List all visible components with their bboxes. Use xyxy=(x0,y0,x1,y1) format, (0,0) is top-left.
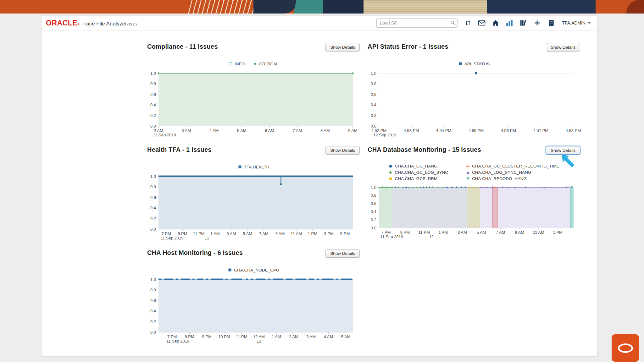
api-status-chart: 1.00.80.60.40.20.04:52 PM4:53 PM4:54 PM4… xyxy=(368,72,580,139)
banner-shape xyxy=(188,0,254,14)
svg-text:4:53 PM: 4:53 PM xyxy=(404,128,419,133)
legend-label: TFA.HEALTH xyxy=(244,165,269,169)
svg-text:1.0: 1.0 xyxy=(150,71,156,76)
panel-title: Compliance - 11 Issues xyxy=(147,43,218,50)
show-details-button[interactable]: Show Details xyxy=(546,43,580,52)
legend-label: API_STATUS xyxy=(464,62,490,66)
app-version: v19.2.2 xyxy=(127,23,137,26)
legend-item: CHA.CHA_NODE_CPU xyxy=(228,268,279,272)
svg-text:7 PM: 7 PM xyxy=(167,334,177,339)
legend-item: CHA.CHA_REDODG_HANG xyxy=(466,176,559,181)
svg-text:9 AM: 9 AM xyxy=(275,231,285,236)
legend-label: INFO xyxy=(235,62,245,66)
svg-text:0.4: 0.4 xyxy=(371,209,376,214)
oracle-o-ring xyxy=(618,343,633,353)
show-details-button[interactable]: Show Details xyxy=(325,249,360,258)
panel-health-tfa: Health TFA - 1 Issues Show Details TFA.H… xyxy=(147,146,360,242)
svg-text:1 PM: 1 PM xyxy=(308,231,317,236)
svg-text:0.2: 0.2 xyxy=(150,216,156,221)
bar-chart-icon[interactable] xyxy=(505,18,514,28)
svg-text:4:54 PM: 4:54 PM xyxy=(436,128,451,133)
svg-text:0.6: 0.6 xyxy=(150,92,156,97)
svg-text:9 PM: 9 PM xyxy=(202,334,212,339)
svg-text:0.2: 0.2 xyxy=(371,217,376,222)
svg-text:1.0: 1.0 xyxy=(150,277,156,282)
svg-text:0.8: 0.8 xyxy=(150,288,156,292)
svg-text:1 PM: 1 PM xyxy=(553,230,562,235)
svg-text:0.6: 0.6 xyxy=(371,92,376,97)
legend-label: CHA.CHA_GCS_DRM xyxy=(395,176,437,181)
legend-marker-icon xyxy=(228,268,232,272)
panel-cha-database: CHA Database Monitoring - 15 Issues Show… xyxy=(368,146,580,240)
legend-label: CRITICAL xyxy=(259,62,279,66)
svg-text:11 PM: 11 PM xyxy=(418,230,430,235)
load-sr-input[interactable] xyxy=(376,18,458,28)
svg-text:3 PM: 3 PM xyxy=(324,231,333,236)
home-icon[interactable] xyxy=(491,18,500,28)
svg-text:6 AM: 6 AM xyxy=(265,128,274,133)
svg-text:11 PM: 11 PM xyxy=(193,231,205,236)
search-icon[interactable] xyxy=(450,20,456,26)
legend-marker-icon xyxy=(238,165,242,169)
svg-text:12 AM: 12 AM xyxy=(253,334,265,339)
library-icon[interactable] xyxy=(519,18,528,28)
user-menu-label: TFA.ADMIN xyxy=(562,20,586,25)
svg-text:11 Sep 2019: 11 Sep 2019 xyxy=(380,234,403,239)
banner-shape xyxy=(364,0,487,14)
panel-header: Health TFA - 1 Issues Show Details xyxy=(147,146,360,157)
svg-text:8 PM: 8 PM xyxy=(185,334,194,339)
svg-text:7 PM: 7 PM xyxy=(162,231,171,236)
oracle-watermark xyxy=(612,334,639,362)
svg-text:10 PM: 10 PM xyxy=(218,334,230,339)
panel-api-status: API Status Error - 1 Issues Show Details… xyxy=(368,43,580,139)
svg-text:5 AM: 5 AM xyxy=(341,334,351,339)
svg-text:2 AM: 2 AM xyxy=(154,128,163,133)
mail-icon[interactable] xyxy=(477,18,486,28)
svg-text:1.0: 1.0 xyxy=(150,174,156,179)
chart-legend: CHA.CHA_NODE_CPU xyxy=(147,267,360,273)
svg-text:0.8: 0.8 xyxy=(150,184,156,189)
panel-header: CHA Database Monitoring - 15 Issues Show… xyxy=(368,146,580,157)
legend-item: CHA.CHA_GCS_DRM xyxy=(388,176,448,181)
svg-text:12: 12 xyxy=(205,236,209,240)
filter-sort-icon[interactable] xyxy=(463,18,473,28)
svg-text:5 AM: 5 AM xyxy=(243,231,252,236)
legend-item: TFA.HEALTH xyxy=(238,165,269,169)
show-details-button[interactable]: Show Details xyxy=(325,146,360,155)
svg-text:11 Sep 2019: 11 Sep 2019 xyxy=(166,339,189,343)
legend-label: CHA.CHA_GC_LOG_SYNC xyxy=(395,170,448,175)
banner-shape xyxy=(293,0,325,14)
banner-artwork xyxy=(0,0,644,14)
journal-icon[interactable] xyxy=(546,18,556,28)
show-details-button[interactable]: Show Details xyxy=(325,43,360,52)
legend-label: CHA.CHA_LOG_SYNC_HANG xyxy=(472,170,531,175)
chart-legend: CHA.CHA_GC_HANGCHA.CHA_GC_CLUSTER_RECONF… xyxy=(368,164,580,181)
banner-shape xyxy=(253,0,297,14)
legend-item: CRITICAL xyxy=(253,62,279,66)
legend-item: CHA.CHA_GC_CLUSTER_RECONFIG_TIME xyxy=(466,164,559,168)
legend-item: CHA.CHA_GC_HANG xyxy=(388,164,448,168)
svg-text:0.4: 0.4 xyxy=(150,309,156,313)
show-details-button[interactable]: Show Details xyxy=(546,146,580,155)
legend-label: CHA.CHA_GC_HANG xyxy=(395,164,437,168)
panel-cha-host: CHA Host Monitoring - 6 Issues Show Deta… xyxy=(147,249,360,345)
legend-label: CHA.CHA_NODE_CPU xyxy=(234,268,279,272)
svg-text:3 AM: 3 AM xyxy=(181,128,191,133)
chart-legend: TFA.HEALTH xyxy=(147,164,360,170)
panel-compliance: Compliance - 11 Issues Show Details INFO… xyxy=(147,43,360,139)
cha-host-chart: 1.00.80.60.40.20.07 PM8 PM9 PM10 PM11 PM… xyxy=(147,278,360,345)
legend-label: CHA.CHA_GC_CLUSTER_RECONFIG_TIME xyxy=(472,164,559,168)
svg-text:3 AM: 3 AM xyxy=(306,334,316,339)
svg-text:0.4: 0.4 xyxy=(150,206,156,210)
add-icon[interactable] xyxy=(532,18,542,28)
chevron-down-icon xyxy=(588,22,591,24)
user-menu[interactable]: TFA.ADMIN xyxy=(562,20,591,25)
svg-text:9 AM: 9 AM xyxy=(348,128,358,133)
legend-marker-icon xyxy=(466,170,470,175)
health-tfa-chart: 1.00.80.60.40.20.07 PM9 PM11 PM1 AM3 AM5… xyxy=(147,175,360,242)
oracle-wordmark: ORACLE xyxy=(46,19,77,27)
svg-text:0.8: 0.8 xyxy=(150,81,156,86)
panel-header: API Status Error - 1 Issues Show Details xyxy=(368,43,580,54)
svg-text:0.8: 0.8 xyxy=(371,81,376,86)
dashboard-grid: Compliance - 11 Issues Show Details INFO… xyxy=(42,30,597,345)
